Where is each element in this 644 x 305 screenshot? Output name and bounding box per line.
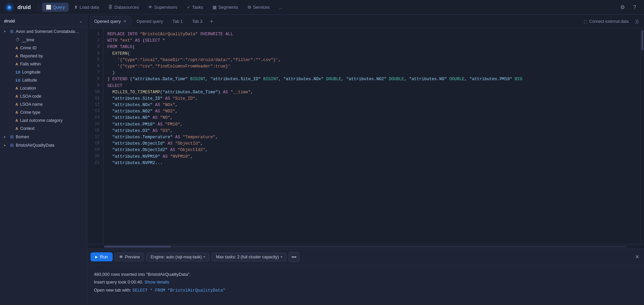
chevron-right-icon: ▸ [4,135,8,139]
insert-result-message: 480,000 rows inserted into "BristolAirQu… [94,270,637,278]
sidebar-item-bristol[interactable]: ▸ ⊞ BristolAirQualityData [0,141,87,149]
upload-icon: ⬆ [74,5,78,10]
tab-tab1[interactable]: Tab 1 [168,16,187,27]
sidebar: druid ⌄ ▾ ⊞ Avon and Somerset Constabula… [0,15,87,305]
string-icon: A [15,46,18,50]
max-tasks-dropdown[interactable]: Max tasks: 2 (full cluster capacity) ▾ [212,253,287,261]
sidebar-item-falls-within[interactable]: A Falls within [0,60,87,68]
number-icon: 1.0 [15,79,20,82]
connect-external-button[interactable]: ⬚ Connect external data [580,18,632,25]
line-num-21: 21 [95,160,100,166]
code-line-3: FROM TABLE( [107,44,636,50]
sidebar-chevron-icon[interactable]: ⌄ [79,18,83,23]
nav-item-datasources[interactable]: 🗄 Datasources [104,3,143,12]
settings-button[interactable]: ⚙ [617,2,628,13]
code-line-13: "attributes.NO2" AS "NO2", [107,108,636,114]
nav-item-services[interactable]: ⚙ Services [243,3,274,12]
more-options-button[interactable]: ••• [289,252,299,262]
sidebar-item-context[interactable]: A Context [0,124,87,133]
sidebar-item-last-outcome[interactable]: A Last outcome category [0,116,87,124]
horiz-scroll-thumb[interactable] [104,246,171,248]
code-line-21: "attributes.NVPM2... [107,160,636,166]
tab-tab3[interactable]: Tab 3 [188,16,207,27]
nav-separator [38,3,39,11]
sidebar-item-latitude[interactable]: 1.0 Latitude [0,76,87,84]
sidebar-item-lsoa-name[interactable]: A LSOA name [0,100,87,108]
sidebar-header: druid ⌄ [0,15,87,27]
horizontal-scrollbar[interactable] [87,244,644,249]
code-line-14: "attributes.NO" AS "NO", [107,114,636,121]
segments-icon: ▦ [213,5,217,10]
scrollbar-thumb[interactable] [641,30,643,50]
vertical-scrollbar[interactable] [640,28,644,244]
sidebar-title: druid [4,18,15,23]
tab-opened-query-2[interactable]: Opened query [132,16,167,27]
sidebar-item-bomen[interactable]: ▸ ⊞ Bomen [0,133,87,141]
code-line-2: WITH "ext" AS (SELECT * [107,37,636,44]
sidebar-item-crime-id[interactable]: A Crime ID [0,44,87,52]
query-time-message: Insert query took 0:00:40. Show details [94,278,637,286]
string-icon: A [15,102,18,106]
add-tab-button[interactable]: + [208,17,216,26]
code-line-19: "attributes.ObjectId2" AS "ObjectId2", [107,147,636,153]
code-editor[interactable]: REPLACE INTO "BristolAirQualityData" OVE… [103,28,640,244]
line-num-3: 3 [97,44,100,50]
code-line-10: MILLIS_TO_TIMESTAMP("attributes.Date_Tim… [107,89,636,95]
tab-close-button[interactable]: ✕ [123,19,127,24]
main-layout: druid ⌄ ▾ ⊞ Avon and Somerset Constabula… [0,15,644,305]
help-button[interactable]: ? [629,2,640,13]
sidebar-item-lsoa-code[interactable]: A LSOA code [0,92,87,100]
string-icon: A [15,54,18,58]
code-line-6: '{"type":"csv","findColumnsFromHeader":t… [107,63,636,69]
logo[interactable]: druid [4,2,31,13]
code-line-16: "attributes.O3" AS "O3", [107,128,636,134]
nav-item-more[interactable]: ... [275,3,287,12]
line-num-12: 12 [95,102,100,108]
sidebar-content: ▾ ⊞ Avon and Somerset Constabula… ⏱ __ti… [0,27,87,305]
code-line-1: REPLACE INTO "BristolAirQualityData" OVE… [107,31,636,37]
open-tab-sql-link[interactable]: SELECT * FROM "BristolAirQualityData" [132,288,226,293]
line-num-6: 6 [97,63,100,69]
sidebar-item-crime-type[interactable]: A Crime type [0,108,87,116]
nav-item-load-data[interactable]: ⬆ Load data [70,3,103,12]
content-area: Opened query ✕ Opened query Tab 1 Tab 3 … [87,15,644,305]
nav-item-supervisors[interactable]: 👁 Supervisors [144,3,181,12]
run-button[interactable]: ▶ Run [91,252,113,261]
line-num-4: 4 [97,50,100,57]
sidebar-item-avon[interactable]: ▾ ⊞ Avon and Somerset Constabula… [0,27,87,36]
string-icon: A [15,62,18,66]
string-icon: A [15,118,18,122]
sidebar-item-longitude[interactable]: 1.0 Longitude [0,68,87,76]
sidebar-item-location[interactable]: A Location [0,84,87,92]
chevron-right-icon: ▸ [4,143,8,147]
line-num-5: 5 [97,57,100,63]
code-line-5: '{"type":"local","baseDir":"/opt/druid/d… [107,57,636,63]
tab-opened-query-1[interactable]: Opened query ✕ [90,16,131,27]
line-num-11: 11 [95,95,100,102]
line-num-20: 20 [95,153,100,160]
line-num-7: 7 [97,69,100,76]
nav-item-tasks[interactable]: ✓ Tasks [183,3,207,12]
database-icon: 🗄 [108,5,113,10]
sidebar-item-time[interactable]: ⏱ __time [0,36,87,44]
code-line-17: "attributes.Temperature" AS "Temperature… [107,134,636,140]
close-results-button[interactable]: ✕ [634,252,641,261]
results-panel: 480,000 rows inserted into "BristolAirQu… [87,265,644,305]
line-num-17: 17 [95,134,100,140]
tabs-bar: Opened query ✕ Opened query Tab 1 Tab 3 … [87,15,644,28]
collapse-panel-button[interactable]: ⟩⟩ [633,17,641,26]
code-line-8: ) EXTEND ("attributes.Date_Time" BIGINT,… [107,76,636,82]
query-icon: ⬜ [46,5,51,10]
string-icon: A [15,86,18,90]
engine-dropdown[interactable]: Engine: auto (sql-msq-task) ▾ [146,253,210,261]
number-icon: 1.0 [15,70,20,74]
eye-icon: 👁 [119,255,123,259]
preview-button[interactable]: 👁 Preview [115,253,144,261]
code-line-18: "attributes.ObjectId" AS "ObjectId", [107,140,636,147]
code-line-4: EXTERN( [107,50,636,57]
nav-item-segments[interactable]: ▦ Segments [209,3,242,12]
show-details-link[interactable]: Show details [144,279,169,285]
string-icon: A [15,94,18,98]
nav-item-query[interactable]: ⬜ Query [42,3,69,12]
sidebar-item-reported-by[interactable]: A Reported by [0,52,87,60]
